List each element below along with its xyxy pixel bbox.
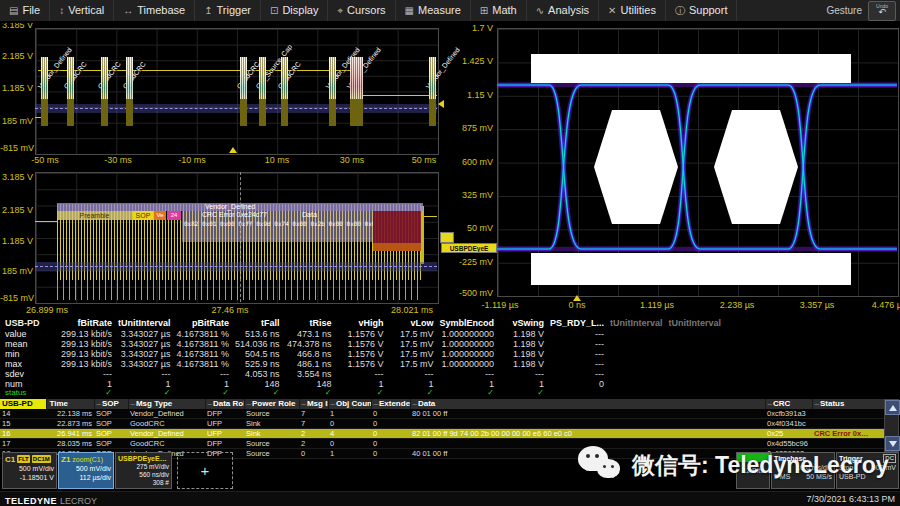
measure-corner: USB-PD — [2, 318, 58, 329]
measure-table: USB-PD fBitRatetUnitIntervalpBitRatetFal… — [2, 318, 724, 397]
measure-col-header[interactable]: vHigh — [335, 318, 387, 329]
eye-descriptor[interactable]: USBPDEyeE… 275 mV/div 560 ns/div 308 # — [115, 452, 172, 489]
x-axis-label: 3.357 µs — [800, 300, 835, 310]
menu-item[interactable]: ⊡ Display — [261, 0, 328, 21]
measure-row[interactable]: mean 299.13 kbit/s3.343027 µs4.1673811 %… — [2, 339, 724, 349]
measure-row[interactable]: value 299.13 kbit/s3.343027 µs4.1673811 … — [2, 329, 724, 339]
scroll-up-button[interactable] — [885, 400, 900, 415]
y-axis-label: 600 mV — [455, 157, 493, 167]
menu-item[interactable]: ↔ Timebase — [114, 0, 195, 21]
decode-preamble[interactable]: Preamble — [57, 211, 132, 220]
proto-col-header[interactable]: –Data — [410, 399, 765, 409]
packet-waveform — [101, 57, 108, 99]
proto-col-header[interactable]: –Status — [812, 399, 884, 409]
offset-value: -1.18501 V — [5, 473, 54, 482]
proto-col-header[interactable]: Time — [46, 399, 94, 409]
proto-col-header[interactable]: –Obj Count — [328, 399, 371, 409]
arrow-up-icon — [889, 405, 897, 411]
y-axis-label: 875 mV — [455, 123, 493, 133]
proto-row[interactable]: 1422.138 msSOPVendor_Defined DFPSource71… — [0, 409, 884, 419]
measure-row[interactable]: num 111148 148111 10 — [2, 379, 724, 389]
eye-waveform — [497, 28, 897, 295]
proto-col-header[interactable]: –CRC — [765, 399, 812, 409]
x-axis-label: 1.119 µs — [640, 300, 674, 310]
zoom-panel-z1[interactable]: 3.185 V2.185 V1.185 V185 mV-815 mV 26.89… — [0, 168, 455, 318]
proto-col-header[interactable]: –Msg Type — [128, 399, 205, 409]
channel-descriptor-c1[interactable]: C1 FLT DC1M 500 mV/div -1.18501 V — [2, 452, 57, 489]
decode-crc-band[interactable]: CRC Error 0xe24c77 Data 0x82 0x01 0x00 0… — [182, 211, 373, 242]
proto-col-header[interactable]: –Power Role — [244, 399, 299, 409]
cursor-line[interactable] — [240, 172, 241, 302]
measure-col-header[interactable]: tUnitInterval — [115, 318, 174, 329]
arrow-down-icon — [889, 441, 897, 447]
tdiv-value: 112 µs/div — [61, 473, 111, 482]
y-axis-label: 1.185 V — [0, 236, 33, 246]
measure-col-header[interactable]: pBitRate — [174, 318, 232, 329]
y-axis-label: 1.15 V — [455, 90, 493, 100]
menu-item-icon: ▤ — [9, 0, 18, 21]
watermark-text: 微信号: TeledyneLecroy — [632, 450, 888, 481]
x-axis-label: 0 ns — [568, 300, 585, 310]
measure-col-header[interactable]: SymblEncod — [437, 318, 498, 329]
y-axis-label: 50 mV — [455, 223, 493, 233]
z1-level-chip — [440, 232, 454, 243]
menu-item[interactable]: ✕ Utilities — [599, 0, 666, 21]
packet-tail — [41, 99, 48, 126]
vdiv-value: 500 mV/div — [5, 464, 54, 473]
x-axis-label: -10 ms — [178, 155, 206, 165]
waveform-panel-c1[interactable]: 3.185 V2.185 V1.185 V185 mV-815 mV -50 m… — [0, 22, 455, 168]
measure-col-header[interactable]: tFall — [232, 318, 283, 329]
proto-col-header[interactable]: –SOP — [94, 399, 128, 409]
measure-row[interactable]: min 299.13 kbit/s3.343027 µs4.1673811 %5… — [2, 349, 724, 359]
menu-item-icon: ∿ — [536, 0, 544, 21]
proto-row[interactable]: 1522.873 msSOPGoodCRC UFPSink70 00x4f034… — [0, 419, 884, 429]
y-axis-label: 185 mV — [0, 116, 33, 126]
menu-item[interactable]: ∿ Analysis — [527, 0, 599, 21]
proto-col-header[interactable]: –Msg ID — [299, 399, 328, 409]
packet-waveform — [240, 57, 247, 99]
measure-row[interactable]: status ✓✓✓✓ ✓✓✓✓ ✓ — [2, 389, 724, 397]
zoom-name: Z1 — [61, 455, 70, 464]
menu-item[interactable]: ↕ Vertical — [50, 0, 114, 21]
measure-col-header[interactable]: fBitRate — [58, 318, 115, 329]
menu-item-icon: ↕ — [59, 0, 64, 21]
menu-item[interactable]: ↥ Trigger — [195, 0, 261, 21]
tdiv-value: 560 ns/div — [118, 471, 169, 479]
oscilloscope-app: ▤ File ↕ Vertical ↔ Timebase ↥ Trigger — [0, 0, 900, 506]
measure-col-header[interactable]: PS_RDY_L... — [547, 318, 607, 329]
gesture-label: Gesture — [826, 5, 862, 16]
measure-col-header[interactable]: tUnitInterval — [607, 318, 666, 329]
y-axis-label: -500 mV — [455, 288, 493, 298]
menu-item-label: Trigger — [217, 0, 251, 21]
packet-waveform — [126, 57, 133, 99]
measure-col-header[interactable]: tRise — [283, 318, 335, 329]
eye-diagram-panel[interactable]: 1.7 V1.425 V1.15 V875 mV600 mV325 mV50 m… — [455, 22, 900, 314]
undo-button[interactable]: Undo ↶ — [868, 1, 896, 21]
proto-row[interactable]: 1626.941 msSOPVendor_Defined UFPSink24 0… — [0, 429, 884, 439]
decode-msgid[interactable]: 24 — [167, 211, 181, 220]
menu-item[interactable]: ⓘ Support — [666, 0, 738, 21]
menu-item[interactable]: ⊞ Math — [471, 0, 527, 21]
x-axis-label: 30 ms — [340, 155, 365, 165]
measure-col-header[interactable]: vSwing — [497, 318, 547, 329]
eye-trace-badge[interactable]: USBPDEyeE — [441, 243, 497, 253]
menu-item[interactable]: ▦ Measure — [396, 0, 471, 21]
measure-row[interactable]: max 299.13 kbit/s3.343027 µs4.1673811 %5… — [2, 359, 724, 369]
menu-item[interactable]: ⌖ Cursors — [328, 0, 395, 21]
trigger-time-marker[interactable] — [229, 147, 237, 153]
decode-sop[interactable]: SOP — [133, 211, 153, 220]
trigger-level-marker[interactable] — [438, 100, 444, 108]
packet-tail — [101, 99, 108, 126]
menu-item-label: Utilities — [620, 0, 655, 21]
zoom-descriptor-z1[interactable]: Z1 zoom(C1) 500 mV/div 112 µs/div — [58, 452, 114, 489]
proto-corner[interactable]: USB-PD — [0, 399, 46, 409]
add-trace-button[interactable]: + — [177, 452, 233, 489]
menu-item[interactable]: ▤ File — [0, 0, 50, 21]
decode-header[interactable]: Ve — [154, 211, 166, 220]
measure-col-header[interactable]: vLow — [387, 318, 437, 329]
proto-col-header[interactable]: –Extended — [371, 399, 410, 409]
x-axis-label: 26.899 ms — [26, 305, 68, 315]
proto-col-header[interactable]: –Data Role — [205, 399, 244, 409]
measure-col-header[interactable]: tUnitInterval — [666, 318, 725, 329]
measure-row[interactable]: sdev ---------4.053 ns 3.554 ns---------… — [2, 369, 724, 379]
